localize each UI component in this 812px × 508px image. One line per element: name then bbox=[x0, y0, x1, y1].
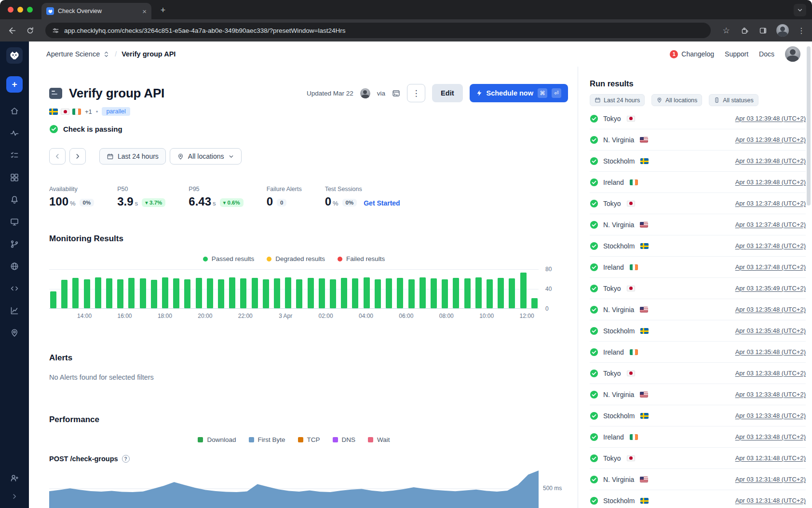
new-tab-button[interactable]: + bbox=[157, 4, 169, 16]
edit-button[interactable]: Edit bbox=[432, 84, 462, 102]
help-icon[interactable]: ? bbox=[122, 455, 130, 463]
support-link[interactable]: Support bbox=[725, 50, 748, 58]
result-bar[interactable] bbox=[61, 280, 68, 308]
maximize-window-button[interactable] bbox=[27, 7, 33, 13]
run-result-row[interactable]: N. VirginiaApr 03 12:37:48 (UTC+2) bbox=[590, 214, 806, 235]
result-bar[interactable] bbox=[341, 278, 347, 308]
run-result-row[interactable]: N. VirginiaApr 03 12:39:48 (UTC+2) bbox=[590, 129, 806, 151]
run-result-row[interactable]: N. VirginiaApr 03 12:33:48 (UTC+2) bbox=[590, 384, 806, 405]
tab-close-icon[interactable]: × bbox=[142, 8, 147, 15]
result-bar[interactable] bbox=[151, 280, 157, 308]
legend-item[interactable]: Download bbox=[198, 436, 236, 443]
url-text[interactable]: app.checklyhq.com/checks/3264c851-e5ae-4… bbox=[64, 27, 346, 34]
result-bar[interactable] bbox=[229, 277, 235, 308]
legend-item[interactable]: Wait bbox=[368, 436, 390, 443]
result-bar[interactable] bbox=[173, 278, 179, 308]
result-bar[interactable] bbox=[364, 277, 370, 308]
run-result-row[interactable]: TokyoApr 03 12:33:48 (UTC+2) bbox=[590, 363, 806, 384]
browser-menu-kebab-icon[interactable]: ⋮ bbox=[798, 26, 805, 35]
browser-profile-avatar[interactable] bbox=[776, 24, 789, 37]
extensions-icon[interactable] bbox=[740, 26, 749, 35]
run-timestamp-link[interactable]: Apr 03 12:35:48 (UTC+2) bbox=[735, 306, 806, 313]
legend-item[interactable]: Failed results bbox=[338, 255, 385, 262]
result-bar[interactable] bbox=[207, 278, 213, 308]
account-selector-icon[interactable] bbox=[103, 51, 110, 58]
result-bar[interactable] bbox=[487, 279, 493, 308]
sidebar-item-status-pages[interactable] bbox=[10, 217, 19, 227]
run-result-row[interactable]: TokyoApr 03 12:31:48 (UTC+2) bbox=[590, 448, 806, 469]
run-result-row[interactable]: StockholmApr 03 12:39:48 (UTC+2) bbox=[590, 151, 806, 172]
run-timestamp-link[interactable]: Apr 03 12:37:48 (UTC+2) bbox=[735, 200, 806, 207]
sidebar-collapse-button[interactable] bbox=[10, 492, 19, 501]
run-timestamp-link[interactable]: Apr 03 12:33:48 (UTC+2) bbox=[735, 412, 806, 419]
result-bar[interactable] bbox=[420, 277, 426, 308]
sidebar-item-dashboards[interactable] bbox=[10, 173, 19, 182]
checkly-logo[interactable] bbox=[6, 47, 23, 64]
legend-item[interactable]: Passed results bbox=[203, 255, 255, 262]
result-bar[interactable] bbox=[106, 278, 112, 308]
result-bar[interactable] bbox=[442, 279, 448, 308]
side-panel-icon[interactable] bbox=[758, 26, 768, 35]
result-bar[interactable] bbox=[296, 279, 302, 308]
run-result-row[interactable]: StockholmApr 03 12:33:48 (UTC+2) bbox=[590, 405, 806, 426]
result-bar[interactable] bbox=[117, 279, 123, 308]
run-timestamp-link[interactable]: Apr 03 12:39:48 (UTC+2) bbox=[735, 115, 806, 122]
run-timestamp-link[interactable]: Apr 03 12:33:48 (UTC+2) bbox=[735, 433, 806, 440]
reload-button[interactable] bbox=[25, 26, 35, 35]
sidebar-item-snippets[interactable] bbox=[10, 284, 19, 293]
run-timestamp-link[interactable]: Apr 03 12:37:48 (UTC+2) bbox=[735, 221, 806, 228]
result-bar[interactable] bbox=[330, 279, 336, 308]
minimize-window-button[interactable] bbox=[17, 7, 23, 13]
site-info-icon[interactable] bbox=[52, 27, 59, 34]
result-bar[interactable] bbox=[498, 278, 504, 308]
run-result-row[interactable]: StockholmApr 03 12:31:48 (UTC+2) bbox=[590, 490, 806, 508]
run-timestamp-link[interactable]: Apr 03 12:33:48 (UTC+2) bbox=[735, 370, 806, 377]
previous-window-button[interactable] bbox=[49, 148, 66, 165]
locations-filter[interactable]: All locations bbox=[170, 148, 242, 165]
run-timestamp-link[interactable]: Apr 03 12:31:48 (UTC+2) bbox=[735, 476, 806, 483]
bookmark-star-icon[interactable]: ☆ bbox=[721, 26, 731, 35]
run-result-row[interactable]: IrelandApr 03 12:35:48 (UTC+2) bbox=[590, 342, 806, 363]
sidebar-item-maintenance[interactable] bbox=[10, 239, 19, 249]
result-bar[interactable] bbox=[386, 278, 392, 308]
run-result-row[interactable]: IrelandApr 03 12:39:48 (UTC+2) bbox=[590, 172, 806, 193]
result-bar[interactable] bbox=[84, 279, 90, 308]
user-avatar[interactable] bbox=[785, 46, 800, 62]
result-bar[interactable] bbox=[308, 278, 314, 308]
invite-user-button[interactable] bbox=[10, 473, 19, 483]
run-result-row[interactable]: N. VirginiaApr 03 12:31:48 (UTC+2) bbox=[590, 469, 806, 490]
result-bar[interactable] bbox=[375, 279, 381, 308]
more-options-button[interactable]: ⋮ bbox=[407, 84, 425, 102]
legend-item[interactable]: First Byte bbox=[249, 436, 285, 443]
run-timestamp-link[interactable]: Apr 03 12:31:48 (UTC+2) bbox=[735, 497, 806, 504]
time-range-filter[interactable]: Last 24 hours bbox=[99, 148, 166, 165]
run-filter-time[interactable]: Last 24 hours bbox=[590, 94, 645, 106]
result-bar[interactable] bbox=[520, 273, 527, 308]
run-timestamp-link[interactable]: Apr 03 12:39:48 (UTC+2) bbox=[735, 157, 806, 165]
result-bar[interactable] bbox=[263, 279, 269, 308]
run-result-row[interactable]: StockholmApr 03 12:35:48 (UTC+2) bbox=[590, 320, 806, 342]
result-bar[interactable] bbox=[184, 279, 190, 308]
back-button[interactable] bbox=[7, 26, 16, 35]
run-timestamp-link[interactable]: Apr 03 12:35:49 (UTC+2) bbox=[735, 285, 806, 292]
result-bar[interactable] bbox=[509, 278, 515, 308]
run-timestamp-link[interactable]: Apr 03 12:35:48 (UTC+2) bbox=[735, 348, 806, 356]
run-timestamp-link[interactable]: Apr 03 12:33:48 (UTC+2) bbox=[735, 391, 806, 398]
result-bar[interactable] bbox=[408, 279, 415, 308]
result-bar[interactable] bbox=[531, 298, 538, 308]
run-timestamp-link[interactable]: Apr 03 12:35:48 (UTC+2) bbox=[735, 327, 806, 334]
result-bar[interactable] bbox=[140, 278, 146, 308]
sidebar-item-checks[interactable] bbox=[10, 128, 19, 138]
result-bar[interactable] bbox=[218, 279, 224, 308]
docs-link[interactable]: Docs bbox=[759, 50, 774, 58]
result-bar[interactable] bbox=[95, 277, 101, 308]
result-bar[interactable] bbox=[285, 277, 291, 308]
run-result-row[interactable]: IrelandApr 03 12:33:48 (UTC+2) bbox=[590, 426, 806, 448]
result-bar[interactable] bbox=[162, 277, 168, 308]
run-result-row[interactable]: IrelandApr 03 12:37:48 (UTC+2) bbox=[590, 257, 806, 278]
get-started-link[interactable]: Get Started bbox=[364, 199, 400, 207]
run-timestamp-link[interactable]: Apr 03 12:39:48 (UTC+2) bbox=[735, 178, 806, 186]
result-bar[interactable] bbox=[475, 277, 482, 308]
legend-item[interactable]: DNS bbox=[333, 436, 356, 443]
run-result-row[interactable]: TokyoApr 03 12:37:48 (UTC+2) bbox=[590, 193, 806, 214]
